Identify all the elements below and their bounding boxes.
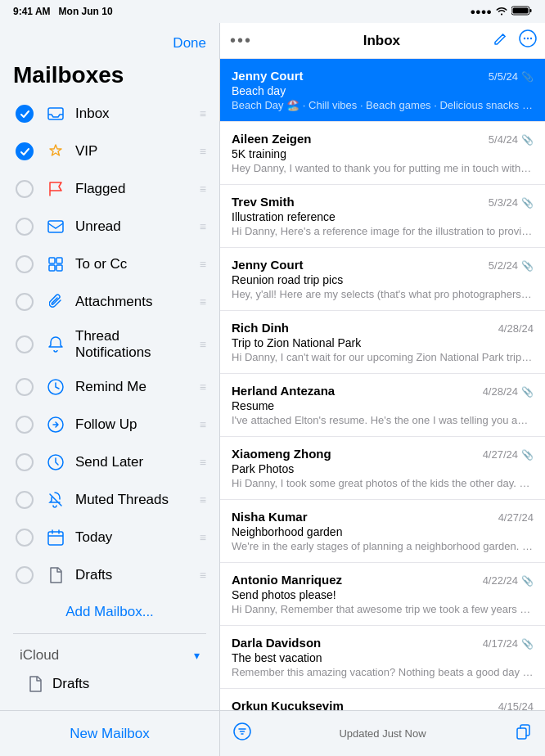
- done-button[interactable]: Done: [173, 35, 206, 52]
- mailbox-check-today: [13, 526, 36, 549]
- doc-icon: [26, 675, 44, 693]
- email-date: 5/4/24 📎: [489, 133, 534, 146]
- drag-handle-muted-threads[interactable]: ≡: [200, 493, 206, 506]
- new-mailbox-button[interactable]: New Mailbox: [70, 726, 149, 742]
- star-icon: [44, 140, 67, 163]
- email-subject: Park Photos: [232, 462, 534, 475]
- compose-icon[interactable]: [493, 30, 509, 51]
- drag-handle-to-or-cc[interactable]: ≡: [200, 258, 206, 271]
- mailboxes-title: Mailboxes: [0, 59, 219, 95]
- inbox-bottom-bar: Updated Just Now: [220, 710, 545, 756]
- sidebar-item-unread[interactable]: Unread ≡: [7, 208, 213, 245]
- svg-rect-1: [513, 8, 529, 14]
- drag-handle-drafts[interactable]: ≡: [200, 569, 206, 582]
- mailbox-label-muted-threads: Muted Threads: [75, 492, 191, 508]
- email-date: 4/27/24 📎: [483, 448, 534, 461]
- email-list-item[interactable]: Nisha Kumar 4/27/24 Neighborhood garden …: [220, 500, 545, 563]
- sidebar-item-remind-me[interactable]: Remind Me ≡: [7, 368, 213, 406]
- drag-handle-flagged[interactable]: ≡: [200, 182, 206, 196]
- status-time: 9:41 AM Mon Jun 10: [13, 6, 113, 17]
- svg-rect-21: [517, 728, 526, 739]
- email-sender: Xiaomeng Zhong: [232, 447, 331, 461]
- mailbox-check-flagged: [13, 178, 36, 200]
- email-preview: Hey Danny, I wanted to thank you for put…: [232, 162, 534, 174]
- email-subject: Trip to Zion National Park: [232, 336, 534, 349]
- email-subject: The best vacation: [232, 651, 534, 664]
- email-subject: Reunion road trip pics: [232, 273, 534, 286]
- email-sender: Nisha Kumar: [232, 510, 308, 524]
- inbox-title: Inbox: [363, 33, 400, 49]
- drag-handle-vip[interactable]: ≡: [200, 145, 206, 158]
- ellipsis-circle-icon[interactable]: [519, 29, 537, 52]
- mailbox-label-to-or-cc: To or Cc: [75, 256, 191, 272]
- flag-icon: [44, 178, 67, 200]
- sidebar-item-today[interactable]: Today ≡: [7, 519, 213, 556]
- email-list-item[interactable]: Orkun Kucuksevim 4/15/24 Day trip idea H…: [220, 689, 545, 710]
- sidebar-item-follow-up[interactable]: Follow Up ≡: [7, 406, 213, 443]
- email-preview: Hi Danny, Here's a reference image for t…: [232, 225, 534, 237]
- drag-handle-send-later[interactable]: ≡: [200, 456, 206, 469]
- email-sender: Trev Smith: [232, 195, 295, 209]
- mailbox-label-thread-notifications: Thread Notifications: [75, 328, 191, 361]
- email-list-item[interactable]: Herland Antezana 4/28/24 📎 Resume I've a…: [220, 374, 545, 437]
- sidebar-item-drafts[interactable]: Drafts ≡: [7, 556, 213, 594]
- email-list-item[interactable]: Rich Dinh 4/28/24 Trip to Zion National …: [220, 311, 545, 374]
- email-list-item[interactable]: Aileen Zeigen 5/4/24 📎 5K training Hey D…: [220, 122, 545, 185]
- bell-icon: [44, 333, 67, 356]
- svg-rect-6: [56, 258, 62, 263]
- mailboxes-panel: Done Mailboxes Inbox ≡ VIP ≡ Flagged ≡ U…: [0, 23, 219, 756]
- email-list-item[interactable]: Jenny Court 5/5/24 📎 Beach day Beach Day…: [220, 59, 545, 122]
- email-preview: Hi Danny, I can't wait for our upcoming …: [232, 351, 534, 363]
- sidebar-item-vip[interactable]: VIP ≡: [7, 133, 213, 170]
- email-subject: Illustration reference: [232, 210, 534, 223]
- drag-handle-attachments[interactable]: ≡: [200, 295, 206, 308]
- email-date: 5/3/24 📎: [489, 196, 534, 209]
- drag-handle-follow-up[interactable]: ≡: [200, 418, 206, 431]
- top-right-actions: [465, 23, 545, 59]
- email-list-item[interactable]: Antonio Manriquez 4/22/24 📎 Send photos …: [220, 563, 545, 626]
- sidebar-item-to-or-cc[interactable]: To or Cc ≡: [7, 245, 213, 283]
- sidebar-item-thread-notifications[interactable]: Thread Notifications ≡: [7, 321, 213, 368]
- drag-handle-remind-me[interactable]: ≡: [200, 380, 206, 394]
- email-preview: Hi Danny, I took some great photos of th…: [232, 477, 534, 489]
- email-list-item[interactable]: Darla Davidson 4/17/24 📎 The best vacati…: [220, 626, 545, 689]
- sidebar-item-flagged[interactable]: Flagged ≡: [7, 170, 213, 208]
- email-preview: We're in the early stages of planning a …: [232, 540, 534, 552]
- copy-icon[interactable]: [514, 722, 532, 745]
- more-options-icon[interactable]: •••: [230, 31, 252, 50]
- svg-rect-3: [48, 108, 63, 119]
- email-list-item[interactable]: Jenny Court 5/2/24 📎 Reunion road trip p…: [220, 248, 545, 311]
- email-preview: Hey, y'all! Here are my selects (that's …: [232, 288, 534, 300]
- attachment-icon: 📎: [521, 449, 534, 461]
- email-sender: Rich Dinh: [232, 321, 289, 335]
- drag-handle-thread-notifications[interactable]: ≡: [200, 338, 206, 351]
- inbox-icon: [44, 102, 67, 125]
- svg-point-23: [524, 38, 525, 39]
- drag-handle-inbox[interactable]: ≡: [200, 107, 206, 120]
- paperclip-icon: [44, 290, 67, 313]
- bell-slash-icon: [44, 488, 67, 511]
- email-list-item[interactable]: Xiaomeng Zhong 4/27/24 📎 Park Photos Hi …: [220, 437, 545, 500]
- filter-icon[interactable]: [233, 722, 251, 745]
- drag-handle-today[interactable]: ≡: [200, 531, 206, 544]
- sidebar-item-inbox[interactable]: Inbox ≡: [7, 95, 213, 133]
- add-mailbox-button[interactable]: Add Mailbox...: [7, 594, 213, 630]
- mailbox-label-drafts: Drafts: [75, 567, 191, 583]
- email-sender: Aileen Zeigen: [232, 132, 312, 146]
- email-date: 5/2/24 📎: [489, 259, 534, 272]
- email-list-item[interactable]: Trev Smith 5/3/24 📎 Illustration referen…: [220, 185, 545, 248]
- drag-handle-unread[interactable]: ≡: [200, 220, 206, 233]
- icloud-label-icloud-drafts: Drafts: [52, 676, 89, 692]
- clock-arrow-icon: [44, 451, 67, 474]
- icloud-header[interactable]: iCloud ▾: [20, 644, 200, 667]
- sidebar-item-attachments[interactable]: Attachments ≡: [7, 283, 213, 321]
- email-date: 4/22/24 📎: [483, 574, 534, 587]
- email-preview: Beach Day 🏖️ · Chill vibes · Beach games…: [232, 99, 534, 111]
- email-sender: Herland Antezana: [232, 384, 335, 398]
- inbox-panel: ••• Inbox Edit Jenny Court 5/5/24 📎 Beac…: [220, 23, 545, 756]
- icloud-item-icloud-drafts[interactable]: Drafts: [20, 667, 200, 701]
- sidebar-item-muted-threads[interactable]: Muted Threads ≡: [7, 481, 213, 519]
- sidebar-item-send-later[interactable]: Send Later ≡: [7, 443, 213, 481]
- email-preview: Hi Danny, Remember that awesome trip we …: [232, 603, 534, 615]
- email-subject: Send photos please!: [232, 588, 534, 601]
